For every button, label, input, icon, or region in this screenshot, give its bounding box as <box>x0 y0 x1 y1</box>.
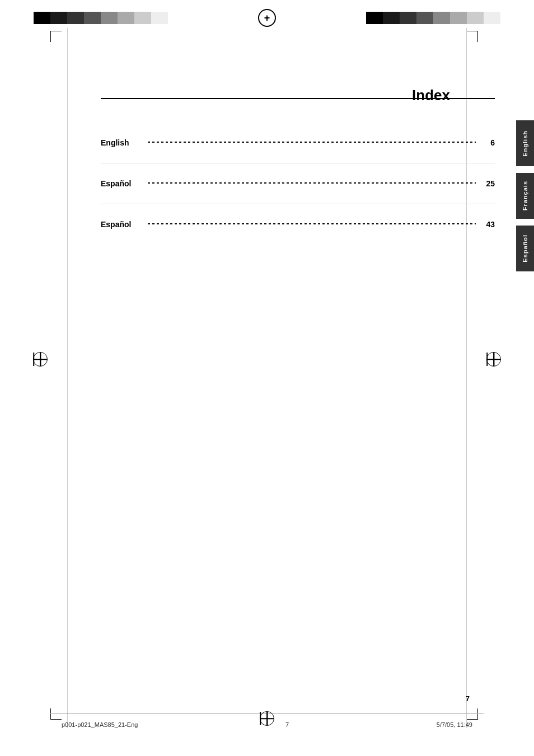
color-strip <box>383 12 400 24</box>
color-strip <box>484 12 500 24</box>
footer-left: p001-p021_MAS85_21-Eng <box>62 721 138 728</box>
entry-page-espanol-25: 25 <box>478 179 495 188</box>
left-color-bar <box>34 12 168 24</box>
right-color-bar <box>366 12 500 24</box>
left-margin-line <box>67 28 68 728</box>
index-entry-espanol-25: Español 25 <box>101 163 495 204</box>
color-strip <box>50 12 67 24</box>
color-strip <box>151 12 168 24</box>
color-strip <box>101 12 118 24</box>
color-strip <box>467 12 484 24</box>
bottom-center-registration-mark <box>260 712 274 725</box>
footer-center-number: 7 <box>285 721 289 728</box>
tab-espanol-label: Español <box>522 234 528 262</box>
color-strip <box>34 12 50 24</box>
left-side-registration-mark <box>34 353 47 366</box>
color-strip <box>134 12 151 24</box>
entry-label-english: English <box>101 138 146 147</box>
entry-dots-english <box>148 142 476 143</box>
main-content: Index English 6 Español 25 Español 43 <box>101 87 495 700</box>
entry-label-espanol-25: Español <box>101 179 146 188</box>
entry-dots-espanol-43 <box>148 223 476 224</box>
tab-english: English <box>516 120 534 166</box>
page-title: Index <box>101 87 495 109</box>
color-strip <box>400 12 416 24</box>
color-strip <box>67 12 84 24</box>
entry-dots-espanol-25 <box>148 182 476 184</box>
color-strip <box>416 12 433 24</box>
color-strip <box>118 12 134 24</box>
index-entry-espanol-43: Español 43 <box>101 204 495 245</box>
color-strip <box>84 12 101 24</box>
top-bar <box>0 10 534 26</box>
entry-label-espanol-43: Español <box>101 220 146 229</box>
tab-container: English Français Español <box>516 120 534 278</box>
tab-english-label: English <box>522 130 528 157</box>
entry-page-english: 6 <box>478 138 495 147</box>
corner-mark-top-left <box>50 31 67 48</box>
color-strip <box>433 12 450 24</box>
color-strip <box>450 12 467 24</box>
footer-right: 5/7/05, 11:49 <box>437 721 472 728</box>
index-entry-english: English 6 <box>101 123 495 163</box>
entry-page-espanol-43: 43 <box>478 220 495 229</box>
center-registration-mark <box>259 10 275 26</box>
tab-francais-label: Français <box>522 181 528 210</box>
color-strip <box>366 12 383 24</box>
page-number: 7 <box>466 694 470 703</box>
tab-francais: Français <box>516 173 534 219</box>
corner-mark-top-right <box>467 31 484 48</box>
index-entries: English 6 Español 25 Español 43 <box>101 123 495 245</box>
tab-espanol: Español <box>516 226 534 271</box>
